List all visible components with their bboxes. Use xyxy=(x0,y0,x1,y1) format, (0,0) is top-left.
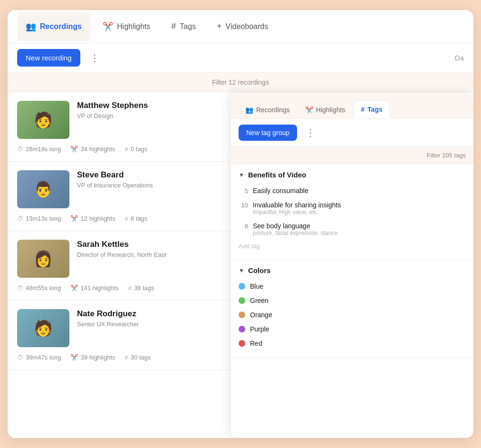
hash-icon: # xyxy=(171,21,176,31)
filter-bar[interactable]: Filter 12 recordings xyxy=(8,73,473,92)
tag-icon: # xyxy=(125,215,128,222)
recordings-list: 🧑 Matthew Stephens VP of Design ⏱ 28m19s… xyxy=(8,92,240,438)
color-dot-orange xyxy=(239,312,245,318)
color-dot-red xyxy=(239,340,245,347)
tag-item-name: See body language xyxy=(253,222,466,230)
filter-text: Filter 12 recordings xyxy=(212,78,269,86)
tab-tags[interactable]: # Tags xyxy=(163,12,204,41)
avatar: 👨 xyxy=(17,170,69,208)
recording-name: Sarah Kettles xyxy=(77,240,231,249)
recordings-icon: 👥 xyxy=(26,21,36,32)
recording-name: Matthew Stephens xyxy=(77,101,231,110)
recording-top: 👩 Sarah Kettles Director of Research, No… xyxy=(17,240,231,278)
tags-label: 30 tags xyxy=(131,354,151,361)
highlights-label: 12 highlights xyxy=(80,215,115,222)
scissors-icon: ✂️ xyxy=(70,146,78,153)
list-item[interactable]: Orange xyxy=(239,308,466,322)
color-name-blue: Blue xyxy=(250,282,263,290)
tag-item-name: Easily consumable xyxy=(253,187,466,195)
meta-highlights: ✂️ 34 highlights xyxy=(70,146,115,153)
list-item[interactable]: Green xyxy=(239,293,466,308)
table-row[interactable]: 👩 Sarah Kettles Director of Research, No… xyxy=(8,231,240,301)
clock-icon: ⏱ xyxy=(17,215,23,222)
tag-count: 8 xyxy=(239,222,248,230)
tag-icon: # xyxy=(125,146,128,153)
tags-content: ▼ Benefits of Video 5 Easily consumable … xyxy=(231,164,473,438)
panel-hash-icon: # xyxy=(361,106,365,113)
tag-item-content: Easily consumable xyxy=(253,187,466,195)
chevron-down-icon: ▼ xyxy=(239,172,244,178)
tab-recordings-label: Recordings xyxy=(40,22,82,31)
color-name-red: Red xyxy=(250,340,262,347)
recording-top: 🧑 Matthew Stephens VP of Design xyxy=(17,101,231,139)
list-item[interactable]: Purple xyxy=(239,322,466,336)
list-item[interactable]: 5 Easily consumable xyxy=(239,184,466,198)
panel-tab-highlights[interactable]: ✂️ Highlights xyxy=(298,101,352,118)
tags-label: 8 tags xyxy=(131,215,147,222)
recording-info: Sarah Kettles Director of Research, Nort… xyxy=(77,240,231,258)
tag-icon: # xyxy=(125,354,128,361)
table-row[interactable]: 👨 Steve Beard VP of Insurance Operations… xyxy=(8,162,240,231)
tab-recordings[interactable]: 👥 Recordings xyxy=(17,12,90,41)
meta-duration: ⏱ 13m13s long xyxy=(17,215,61,222)
more-options-button[interactable]: ⋮ xyxy=(86,50,103,66)
recording-role: VP of Insurance Operations xyxy=(77,182,231,189)
color-dot-blue xyxy=(239,283,245,290)
meta-tags: # 30 tags xyxy=(125,354,151,361)
meta-tags: # 0 tags xyxy=(125,146,147,153)
tab-highlights-label: Highlights xyxy=(117,22,150,31)
tag-group-colors: ▼ Colors Blue Green Orange xyxy=(231,260,473,358)
new-recording-button[interactable]: New recording xyxy=(17,49,80,67)
clock-icon: ⏱ xyxy=(17,284,23,292)
recording-meta: ⏱ 39m47s long ✂️ 39 highlights # 30 tags xyxy=(17,354,231,361)
panel-tab-tags[interactable]: # Tags xyxy=(354,100,389,118)
new-tag-group-button[interactable]: New tag group xyxy=(239,125,297,141)
recording-role: VP of Design xyxy=(77,112,231,119)
meta-highlights: ✂️ 12 highlights xyxy=(70,215,115,222)
color-name-green: Green xyxy=(250,297,269,304)
panel-tab-recordings[interactable]: 👥 Recordings xyxy=(239,101,297,118)
list-item[interactable]: 10 Invaluable for sharing insights Impac… xyxy=(239,198,466,219)
meta-duration: ⏱ 39m47s long xyxy=(17,354,61,361)
recording-role: Senior UX Researcher xyxy=(77,321,231,328)
panel-recordings-icon: 👥 xyxy=(245,106,253,114)
highlights-icon: ✂️ xyxy=(103,21,113,32)
panel-filter-text: Filter 105 tags xyxy=(427,152,466,159)
tag-item-content: See body language posture, facial expres… xyxy=(253,222,466,236)
recording-info: Matthew Stephens VP of Design xyxy=(77,101,231,119)
tab-videoboards[interactable]: + Videoboards xyxy=(208,12,277,41)
main-content: 🧑 Matthew Stephens VP of Design ⏱ 28m19s… xyxy=(8,92,473,438)
table-row[interactable]: 🧑 Matthew Stephens VP of Design ⏱ 28m19s… xyxy=(8,92,240,162)
avatar: 👩 xyxy=(17,240,69,278)
duration-label: 28m19s long xyxy=(26,146,61,153)
tag-group-benefits-header[interactable]: ▼ Benefits of Video xyxy=(239,171,466,179)
recording-name: Steve Beard xyxy=(77,170,231,180)
top-nav: 👥 Recordings ✂️ Highlights # Tags + Vide… xyxy=(8,10,473,43)
plus-icon: + xyxy=(217,21,222,31)
avatar: 🧑 xyxy=(17,309,69,347)
tag-item-name: Invaluable for sharing insights xyxy=(253,201,466,209)
scissors-icon: ✂️ xyxy=(70,215,78,222)
tag-group-benefits: ▼ Benefits of Video 5 Easily consumable … xyxy=(231,164,473,260)
color-dot-green xyxy=(239,297,245,304)
recording-top: 👨 Steve Beard VP of Insurance Operations xyxy=(17,170,231,208)
meta-duration: ⏱ 28m19s long xyxy=(17,146,61,153)
tab-highlights[interactable]: ✂️ Highlights xyxy=(94,12,159,41)
highlights-label: 39 highlights xyxy=(80,354,115,361)
panel-toolbar: New tag group ⋮ xyxy=(231,119,473,147)
meta-tags: # 38 tags xyxy=(128,284,154,292)
panel-tab-tags-label: Tags xyxy=(367,106,383,113)
list-item[interactable]: 8 See body language posture, facial expr… xyxy=(239,219,466,240)
tag-group-colors-header[interactable]: ▼ Colors xyxy=(239,266,466,274)
scissors-icon: ✂️ xyxy=(70,284,78,292)
panel-filter-bar[interactable]: Filter 105 tags xyxy=(231,147,473,164)
add-tag-button[interactable]: Add tag xyxy=(239,240,466,253)
recording-meta: ⏱ 28m19s long ✂️ 34 highlights # 0 tags xyxy=(17,146,231,153)
table-row[interactable]: 🧑 Nate Rodriguez Senior UX Researcher ⏱ … xyxy=(8,301,240,370)
tag-count: 5 xyxy=(239,187,248,195)
panel-more-button[interactable]: ⋮ xyxy=(302,125,319,140)
list-item[interactable]: Red xyxy=(239,336,466,351)
meta-tags: # 8 tags xyxy=(125,215,147,222)
meta-highlights: ✂️ 39 highlights xyxy=(70,354,115,361)
list-item[interactable]: Blue xyxy=(239,279,466,293)
